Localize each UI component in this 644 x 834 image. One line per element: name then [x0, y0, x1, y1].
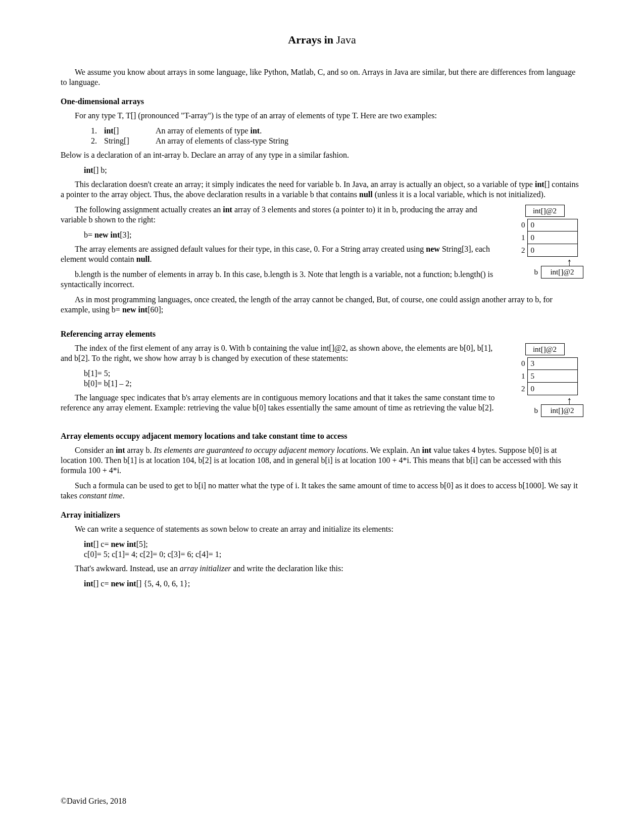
code-line: b[0]= b[1] – 2;: [84, 379, 583, 389]
paragraph: The index of the first element of any ar…: [61, 343, 583, 363]
paragraph: b.length is the number of elements in ar…: [61, 269, 583, 290]
paragraph: The language spec indicates that b's arr…: [61, 393, 583, 413]
array-cell: 3: [527, 357, 578, 370]
paragraph: The array elements are assigned default …: [61, 244, 583, 264]
array-index: 2: [515, 383, 527, 395]
array-row: 1 5: [515, 370, 584, 383]
list-item: 2. String[] An array of elements of clas…: [91, 136, 583, 146]
list-desc: An array of elements of class-type Strin…: [156, 136, 288, 146]
list-type: int[]: [104, 126, 150, 136]
section-heading: Referencing array elements: [61, 329, 583, 339]
variable-label: b: [534, 406, 538, 415]
paragraph: As in most programming languages, once c…: [61, 295, 583, 315]
paragraph: The following assignment actually create…: [61, 205, 583, 225]
array-cell: 5: [527, 370, 578, 383]
code-block: int[] c= new int[] {5, 4, 0, 6, 1};: [84, 579, 583, 589]
array-row: 2 0: [515, 383, 584, 395]
code-block: int[] c= new int[5]; c[0]= 5; c[1]= 4; c…: [84, 539, 583, 560]
code-line: c[0]= 5; c[1]= 4; c[2]= 0; c[3]= 6; c[4]…: [84, 549, 583, 560]
section-heading: Array elements occupy adjacent memory lo…: [61, 431, 583, 441]
code-line: int[] c= new int[5];: [84, 539, 583, 549]
page-title: Arrays in Java: [61, 33, 583, 47]
section-heading: One-dimensional arrays: [61, 97, 583, 107]
array-diagram-1: int[]@2 0 0 1 0 2 0 ↑ b int[]@2: [515, 205, 584, 279]
variable-value: int[]@2: [541, 266, 583, 279]
variable-value: int[]@2: [541, 404, 583, 417]
list-number: 1.: [91, 126, 98, 136]
paragraph: For any type T, T[] (pronounced "T-array…: [61, 111, 583, 121]
list-type: String[]: [104, 136, 150, 146]
array-row: 0 0: [515, 219, 584, 231]
array-index: 1: [515, 231, 527, 244]
code-block: b[1]= 5; b[0]= b[1] – 2;: [84, 368, 583, 389]
paragraph: Consider an int array b. Its elements ar…: [61, 445, 583, 476]
paragraph: We can write a sequence of statements as…: [61, 524, 583, 534]
array-row: 2 0: [515, 244, 584, 257]
footer-copyright: ©David Gries, 2018: [61, 796, 126, 806]
array-object-tag: int[]@2: [525, 343, 565, 356]
paragraph: This declaration doesn't create an array…: [61, 179, 583, 200]
code-block: int[] b;: [84, 165, 583, 175]
array-object-tag: int[]@2: [525, 205, 565, 217]
array-diagram-2: int[]@2 0 3 1 5 2 0 ↑ b int[]@2: [515, 343, 584, 418]
paragraph: Such a formula can be used to get to b[i…: [61, 481, 583, 501]
list-desc: An array of elements of type int.: [156, 126, 262, 136]
array-row: 1 0: [515, 231, 584, 244]
paragraph: Below is a declaration of an int-array b…: [61, 150, 583, 160]
array-index: 0: [515, 219, 527, 231]
code-line: b[1]= 5;: [84, 368, 583, 379]
list-item: 1. int[] An array of elements of type in…: [91, 126, 583, 136]
array-row: 0 3: [515, 357, 584, 370]
array-cell: 0: [527, 383, 578, 395]
variable-label: b: [534, 267, 538, 277]
paragraph: We assume you know about arrays in some …: [61, 67, 583, 87]
code-block: b= new int[3];: [84, 230, 583, 240]
list-number: 2.: [91, 136, 98, 146]
array-index: 1: [515, 370, 527, 383]
variable-pointer: b int[]@2: [534, 266, 584, 279]
array-index: 0: [515, 357, 527, 370]
section-heading: Array initializers: [61, 510, 583, 520]
array-index: 2: [515, 244, 527, 257]
array-cell: 0: [527, 244, 578, 257]
array-cell: 0: [527, 219, 578, 231]
example-list: 1. int[] An array of elements of type in…: [91, 126, 583, 146]
array-cell: 0: [527, 231, 578, 244]
variable-pointer: b int[]@2: [534, 404, 584, 417]
paragraph: That's awkward. Instead, use an array in…: [61, 564, 583, 574]
